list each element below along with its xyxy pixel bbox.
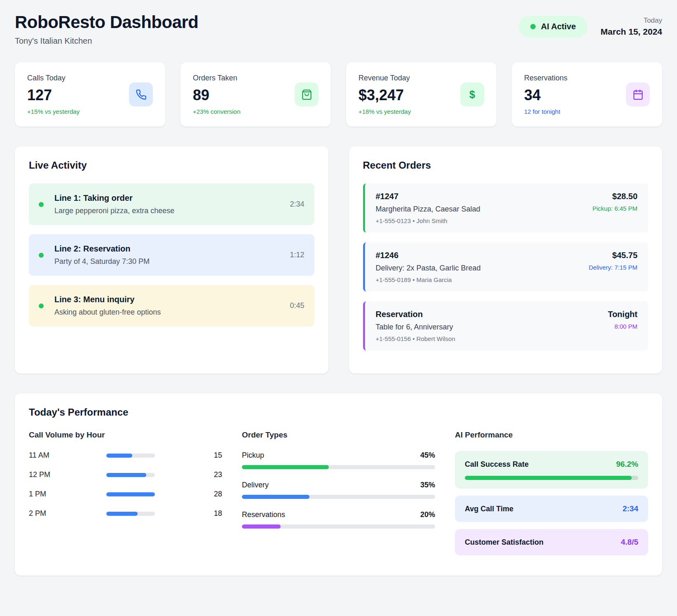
volume-bar-track (106, 473, 155, 477)
page-title: RoboResto Dashboard (15, 12, 199, 32)
volume-value: 28 (214, 490, 222, 498)
live-activity-item-line2[interactable]: Line 2: Reservation Party of 4, Saturday… (29, 234, 314, 276)
order-id: Reservation (376, 310, 455, 319)
ai-metric-value: 2:34 (623, 504, 638, 513)
type-bar-fill (242, 524, 281, 529)
activity-detail: Asking about gluten-free options (54, 308, 161, 317)
order-left: #1246 Delivery: 2x Pasta, Garlic Bread +… (376, 251, 481, 283)
ai-card-head: Customer Satisfaction 4.8/5 (465, 538, 638, 547)
live-activity-item-line1[interactable]: Line 1: Taking order Large pepperoni piz… (29, 183, 314, 225)
stat-value: $3,247 (358, 87, 411, 104)
volume-hour-label: 2 PM (29, 509, 106, 518)
volume-bar-track (106, 492, 155, 496)
ai-bar-fill (465, 476, 632, 480)
ai-card-head: Avg Call Time 2:34 (465, 504, 638, 513)
stat-label: Calls Today (27, 74, 80, 82)
call-duration: 2:34 (281, 200, 304, 209)
ai-status-label: AI Active (541, 22, 576, 31)
stat-card-calls-today: Calls Today 127 +15% vs yesterday (15, 62, 165, 127)
active-call-dot-icon (39, 303, 44, 308)
order-right: Tonight 8:00 PM (600, 310, 637, 342)
type-head: Delivery 35% (242, 481, 435, 489)
live-activity-panel: Live Activity Line 1: Taking order Large… (15, 146, 328, 374)
date-label: Today (601, 16, 662, 25)
volume-row-1pm: 1 PM 28 (29, 490, 222, 498)
volume-bar-fill (106, 492, 155, 496)
volume-bar-fill (106, 454, 132, 458)
stat-text: Reservations 34 12 for tonight (524, 74, 567, 115)
order-type-pickup: Pickup 45% (242, 451, 435, 469)
ai-metric-label: Avg Call Time (465, 505, 513, 513)
middle-section: Live Activity Line 1: Taking order Large… (15, 146, 662, 374)
stat-sub: 12 for tonight (524, 108, 567, 115)
ai-metric-label: Call Success Rate (465, 460, 529, 469)
order-item-reservation[interactable]: Reservation Table for 6, Anniversary +1-… (363, 301, 649, 350)
header-titles: RoboResto Dashboard Tony's Italian Kitch… (15, 12, 199, 46)
type-head: Reservations 20% (242, 510, 435, 519)
activity-text: Line 1: Taking order Large pepperoni piz… (54, 193, 174, 215)
activity-text: Line 3: Menu inquiry Asking about gluten… (54, 295, 161, 317)
recent-orders-panel: Recent Orders #1247 Margherita Pizza, Ca… (349, 146, 663, 374)
stat-text: Orders Taken 89 +23% conversion (193, 74, 241, 115)
header-right: AI Active Today March 15, 2024 (519, 16, 662, 38)
recent-orders-title: Recent Orders (363, 160, 649, 171)
order-contact: +1-555-0156 • Robert Wilson (376, 335, 455, 342)
stat-label: Reservations (524, 74, 567, 82)
performance-panel: Today's Performance Call Volume by Hour … (15, 393, 662, 576)
call-duration: 0:45 (281, 301, 304, 310)
volume-value: 23 (214, 470, 222, 479)
volume-row-2pm: 2 PM 18 (29, 509, 222, 518)
type-label: Delivery (242, 481, 269, 489)
active-call-dot-icon (39, 202, 44, 207)
type-bar-track (242, 495, 435, 499)
type-label: Pickup (242, 451, 264, 460)
order-left: #1247 Margherita Pizza, Caesar Salad +1-… (376, 192, 480, 224)
ai-metric-value: 4.8/5 (621, 538, 638, 547)
stat-value: 89 (193, 87, 241, 104)
stat-sub: +23% conversion (193, 108, 241, 115)
stat-sub: +18% vs yesterday (358, 108, 411, 115)
order-amount: $45.75 (589, 251, 637, 260)
volume-value: 15 (214, 451, 222, 460)
stat-text: Revenue Today $3,247 +18% vs yesterday (358, 74, 411, 115)
stat-label: Orders Taken (193, 74, 241, 82)
stat-value: 127 (27, 87, 80, 104)
live-activity-item-line3[interactable]: Line 3: Menu inquiry Asking about gluten… (29, 285, 314, 327)
stat-value: 34 (524, 87, 567, 104)
type-bar-track (242, 465, 435, 469)
performance-title: Today's Performance (29, 407, 648, 418)
ai-metric-value: 96.2% (616, 460, 638, 469)
stat-sub: +15% vs yesterday (27, 108, 80, 115)
order-schedule: 8:00 PM (608, 323, 637, 330)
order-item-1246[interactable]: #1246 Delivery: 2x Pasta, Garlic Bread +… (363, 242, 649, 292)
ai-card-call-success-rate: Call Success Rate 96.2% (455, 451, 648, 489)
activity-detail: Party of 4, Saturday 7:30 PM (54, 257, 150, 266)
volume-value: 18 (214, 509, 222, 518)
ai-card-avg-call-time: Avg Call Time 2:34 (455, 496, 648, 522)
order-amount: $28.50 (593, 192, 637, 201)
volume-bar-track (106, 512, 155, 516)
volume-row-12pm: 12 PM 23 (29, 470, 222, 479)
ai-performance-title: AI Performance (455, 430, 648, 440)
activity-title: Line 2: Reservation (54, 244, 150, 254)
status-dot-icon (530, 24, 536, 29)
order-item-1247[interactable]: #1247 Margherita Pizza, Caesar Salad +1-… (363, 183, 649, 233)
type-percent: 45% (420, 451, 435, 460)
dashboard-page: RoboResto Dashboard Tony's Italian Kitch… (0, 0, 677, 588)
order-description: Margherita Pizza, Caesar Salad (376, 205, 480, 214)
ai-card-customer-satisfaction: Customer Satisfaction 4.8/5 (455, 529, 648, 555)
ai-bar-track (465, 476, 638, 480)
type-head: Pickup 45% (242, 451, 435, 460)
ai-card-head: Call Success Rate 96.2% (465, 460, 638, 469)
ai-status-badge: AI Active (519, 16, 588, 38)
calendar-icon (626, 82, 650, 106)
activity-detail: Large pepperoni pizza, extra cheese (54, 207, 174, 215)
stat-card-orders-taken: Orders Taken 89 +23% conversion (180, 62, 331, 127)
phone-icon (129, 82, 153, 106)
stat-label: Revenue Today (358, 74, 411, 82)
volume-bar-track (106, 454, 155, 458)
volume-bar-fill (106, 512, 138, 516)
order-right: $45.75 Delivery: 7:15 PM (581, 251, 637, 283)
activity-title: Line 3: Menu inquiry (54, 295, 161, 304)
volume-hour-label: 1 PM (29, 490, 106, 498)
